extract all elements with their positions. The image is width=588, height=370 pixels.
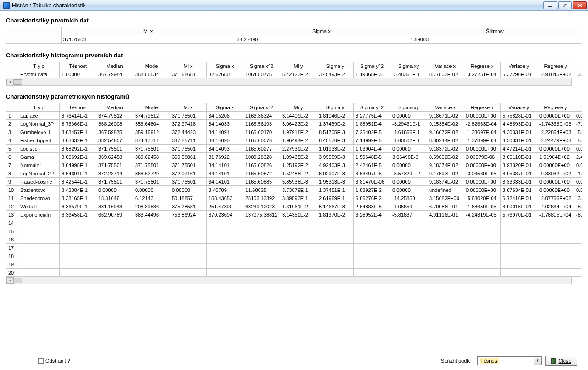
cell-value: 374.79512 (133, 112, 170, 120)
cell-i: 1 (6, 112, 18, 120)
col-header[interactable]: Variace x (427, 62, 464, 70)
cell-value (280, 269, 317, 277)
col-header[interactable]: i (6, 103, 18, 112)
col-header[interactable]: Variace y (501, 62, 537, 70)
col-header[interactable]: Median (96, 103, 133, 112)
col-header[interactable]: Korelace (574, 103, 582, 112)
cell-value: 5.14667E-3 (317, 202, 354, 211)
maximize-button[interactable] (558, 1, 572, 9)
cell-value: 6.70086E-01 (427, 202, 464, 211)
cell-value: 1.91984E+02 (537, 153, 574, 161)
col-header[interactable]: Těsnost (60, 62, 96, 70)
close-window-button[interactable] (573, 1, 587, 9)
cell-value: 0.00000 (390, 161, 427, 169)
col-header[interactable]: Regrese y (537, 62, 574, 70)
cell-sigmax: 34.27490 (235, 35, 408, 44)
cell-value: 0.00000E+00 (464, 178, 501, 186)
maximize-icon (563, 4, 567, 7)
cell-value: 2.41457E-02 (574, 153, 582, 161)
cell-value: 4.47214E-01 (501, 145, 537, 153)
cell-value (96, 260, 133, 269)
cell-value: 32.62680 (207, 70, 243, 78)
cell-typ (18, 260, 60, 269)
col-header[interactable]: Regrese x (464, 103, 501, 112)
cell-value: 2.64883E-5 (354, 202, 390, 211)
cell-value: 1165.60872 (243, 169, 280, 178)
col-header[interactable]: Sigma y (317, 103, 354, 112)
cell-value: 367.59875 (96, 128, 133, 136)
cell-value: 662.90789 (96, 211, 133, 219)
titlebar[interactable]: HistAn : Tabulka charakteristik (0, 0, 588, 11)
col-header[interactable]: Sigma xy (390, 62, 427, 70)
col-header[interactable]: Median (96, 62, 133, 70)
cell-value: 8.42544E-1 (60, 178, 96, 186)
sort-select[interactable]: Těsnost ▼ (477, 356, 542, 365)
scroll-left-icon[interactable]: ◄ (6, 277, 14, 284)
cell-value: -1.74363E+03 (537, 120, 574, 128)
scroll-thumb[interactable] (14, 278, 22, 283)
col-header[interactable]: T y p (18, 103, 60, 112)
hist-hscroll[interactable]: ◄ (6, 78, 572, 86)
cell-typ: LogNormal_3P (18, 120, 60, 128)
cell-value (60, 244, 96, 252)
close-button[interactable]: Close (545, 356, 577, 366)
col-header[interactable]: Variace y (501, 103, 537, 112)
hist-table: iT y pTěsnostMedianModeMi xSigma xSigma … (6, 62, 582, 78)
cell-sikmost: 1.69003 (408, 35, 582, 44)
minimize-button[interactable] (543, 1, 557, 9)
col-header[interactable]: Mi x (170, 103, 207, 112)
cell-value: 5.85938E-3 (280, 178, 317, 186)
col-header[interactable]: Sigma y^2 (354, 103, 390, 112)
col-header[interactable]: T y p (18, 62, 60, 70)
cell-value: 8.59602E-02 (427, 153, 464, 161)
cell-value (207, 235, 243, 244)
col-header[interactable]: Regrese x (464, 62, 501, 70)
cell-value (133, 269, 170, 277)
col-header[interactable]: Regrese y (537, 103, 574, 112)
col-header[interactable]: Mi x (170, 62, 207, 70)
col-header[interactable]: Sigma y^2 (354, 62, 390, 70)
table-row: 19 (6, 260, 582, 269)
col-header[interactable]: Mi y (280, 103, 317, 112)
cell-value: 359.16912 (133, 128, 170, 136)
cell-value: 0.00000E+00 (537, 178, 574, 186)
col-header[interactable]: Těsnost (60, 103, 96, 112)
cell-value: 8.80244E-02 (427, 136, 464, 145)
cell-value: 3.27775E-4 (354, 112, 390, 120)
col-header[interactable]: Sigma x (207, 62, 243, 70)
col-header[interactable]: Mode (133, 62, 170, 70)
cell-value: 3.93320E-01 (501, 161, 537, 169)
cell-value (170, 260, 207, 269)
cell-i: 13 (6, 211, 18, 219)
col-header[interactable]: Variace x (427, 103, 464, 112)
col-header[interactable]: Mode (133, 103, 170, 112)
col-header[interactable]: i (6, 62, 18, 70)
cell-value: 3.73879E-1 (280, 186, 317, 194)
cell-typ: Fisher-Tippett (18, 136, 60, 145)
col-header[interactable]: Korelace (574, 62, 582, 70)
cell-i: 6 (6, 153, 18, 161)
param-hscroll[interactable]: ◄ (6, 277, 572, 284)
cell-value (133, 227, 170, 235)
col-header[interactable]: Sigma x (207, 103, 243, 112)
cell-value: 0.00000E+00 (537, 186, 574, 194)
cell-value: 3.89593E-1 (280, 194, 317, 202)
cell-value (537, 235, 574, 244)
scroll-thumb[interactable] (14, 79, 22, 85)
cell-value (317, 252, 354, 260)
cell-value (280, 227, 317, 235)
col-header[interactable]: Sigma xy (390, 103, 427, 112)
scroll-left-icon[interactable]: ◄ (6, 79, 14, 85)
remove-checkbox[interactable]: Odstranit ? (38, 358, 70, 364)
col-header[interactable]: Mi y (280, 62, 317, 70)
cell-value (537, 269, 574, 277)
cell-value: 1165.60826 (243, 161, 280, 169)
cell-typ: Snedecorovo (18, 194, 60, 202)
col-header[interactable]: Sigma y (317, 62, 354, 70)
cell-value (243, 227, 280, 235)
cell-value: 34.14090 (207, 136, 243, 145)
col-header[interactable]: Sigma x^2 (243, 103, 280, 112)
col-header[interactable]: Sigma x^2 (243, 62, 280, 70)
cell-value (96, 227, 133, 235)
cell-value: 371.75501 (133, 178, 170, 186)
